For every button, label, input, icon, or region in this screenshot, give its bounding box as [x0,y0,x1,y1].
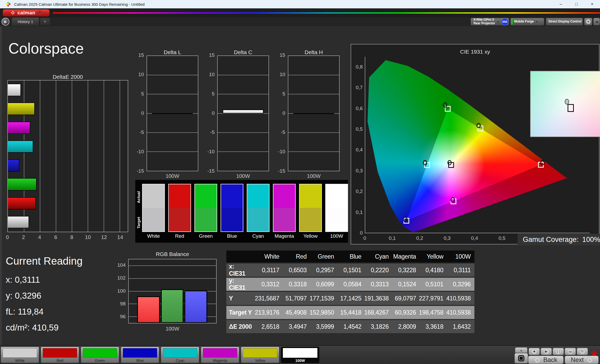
delta-l-category-label: 100W [147,173,198,179]
grid-line [288,151,339,152]
patch-label: Cyan [161,359,199,363]
patch-button-green[interactable]: Green [81,347,119,363]
patch-button-red[interactable]: Red [41,347,79,363]
bottom-bar: WhiteRedGreenBlueCyanMagentaYellow100W ▲… [0,345,600,364]
axis-tick: 6 [54,234,57,240]
close-button[interactable]: × [584,0,600,8]
swatch-actual [221,184,243,208]
table-cell: 227,9791 [420,292,447,305]
meter-selector-button[interactable]: X-Rite i1Pro 3Rear Projector ▼ 665 [470,18,509,26]
patch-button-100w[interactable]: 100W [281,347,319,363]
axis-tick: -5 [210,129,215,135]
table-cell: 410,5938 [447,292,475,305]
minimize-button[interactable]: – [553,0,569,8]
next-button[interactable]: Next » [565,356,599,364]
continuous-read-button[interactable]: ∞ [565,348,576,355]
swatch-actual [326,184,347,208]
deltae2000-chart-title: DeltaE 2000 [7,74,128,80]
grid-line [288,75,339,75]
display-control-button[interactable]: Direct Display Control ▼ [546,18,583,26]
swatch-blue: Blue [221,184,243,239]
read-series-button[interactable]: [··] [553,348,564,355]
table-cell: 0,3318 [283,278,311,291]
grid-line [147,94,198,94]
swatch-actual [300,184,321,208]
swatch-label: Magenta [273,233,296,239]
tab-history-1[interactable]: History 1 [12,17,39,26]
grid-line [147,151,198,152]
display-control-label: Direct Display Control [548,20,581,24]
table-cell: 0,3111 [447,264,475,277]
table-cell: 0,6099 [310,278,338,291]
table-col-header: Blue [338,251,365,263]
deltae-bar-red [8,197,36,209]
table-cell: 0,3117 [256,264,283,277]
patch-label: White [1,359,39,363]
white-point-measured-marker [565,99,569,105]
grid-line [129,278,216,279]
deltae2000-x-axis: 02468101214 [7,234,128,242]
tab-bar: ▶ History 1 + X-Rite i1Pro 3Rear Project… [0,17,600,26]
patch-button-row: WhiteRedGreenBlueCyanMagentaYellow100W [1,347,319,363]
table-cell: 15,4418 [338,306,365,319]
collapse-panel-button[interactable]: ◀ [593,18,600,26]
actual-row-label: Actual [136,185,142,210]
axis-tick: -10 [278,149,285,155]
patch-label: Red [41,359,79,363]
source-selector-button[interactable]: Mobile Forge ▼ [510,18,544,26]
grid-line [218,94,268,94]
settings-button[interactable] [584,18,592,26]
swatch-box [221,184,243,232]
patch-button-magenta[interactable]: Magenta [201,347,239,363]
grid-line [147,132,198,133]
swatch-red: Red [168,184,191,239]
swatch-green: Green [194,184,217,239]
table-col-header: Magenta [392,251,420,263]
maximize-button[interactable]: □ [569,0,584,8]
stop-button[interactable]: ■ [529,348,540,355]
rgb-bar-green [161,289,184,323]
table-row-label: Target Y [226,306,256,319]
page-title: Colorspace [8,40,84,57]
expand-panel-button[interactable]: ▲ [515,347,528,353]
patch-button-yellow[interactable]: Yellow [241,347,279,363]
chevron-down-icon: ▼ [497,20,500,23]
back-button[interactable]: « Back [528,356,564,364]
play-button[interactable]: ▶ [541,348,552,355]
add-tab-button[interactable]: + [40,18,50,26]
delta-h-y-axis: 151050-5-10-15 [274,55,287,171]
table-cell: 0,3228 [392,264,420,277]
table-header-row: WhiteRedGreenBlueCyanMagentaYellow100W [226,251,474,263]
swatch-actual [143,184,164,208]
deltae2000-chart [7,80,128,232]
grid-line [72,81,72,232]
table-cell: 0,4180 [420,264,447,277]
swatch-target [247,208,269,231]
cie-measured-cyan [423,160,427,165]
delta-h-chart [288,55,340,171]
swatch-magenta: Magenta [273,184,296,239]
axis-tick: -15 [208,168,215,174]
patch-button-cyan[interactable]: Cyan [161,347,199,363]
swatch-box [273,184,296,232]
patch-button-white[interactable]: White [1,347,39,363]
axis-tick: 5 [141,91,144,97]
table-row: x: CIE310,31170,65030,29570,15010,22200,… [226,264,474,277]
calman-menu-button[interactable]: calman ▼ [3,9,50,16]
swatch-actual [273,184,295,208]
table-cell: 69,0797 [392,292,420,305]
delta-bar [152,113,193,114]
cie-measured-green [443,102,447,107]
swatch-actual [169,184,190,208]
swatch-target [143,208,164,231]
table-corner-cell [226,251,256,263]
history-play-button[interactable]: ▶ [2,18,9,26]
rgb-balance-chart-title: RGB Balance [128,251,217,257]
table-cell: 51,7097 [283,292,311,305]
axis-tick: 102 [117,275,126,281]
patch-button-blue[interactable]: Blue [121,347,159,363]
refresh-button[interactable]: ↻ [577,348,588,355]
gamut-coverage-value: 100% [582,236,600,244]
deltae-bar-100w [8,84,21,96]
patch-window-button[interactable] [514,353,528,363]
